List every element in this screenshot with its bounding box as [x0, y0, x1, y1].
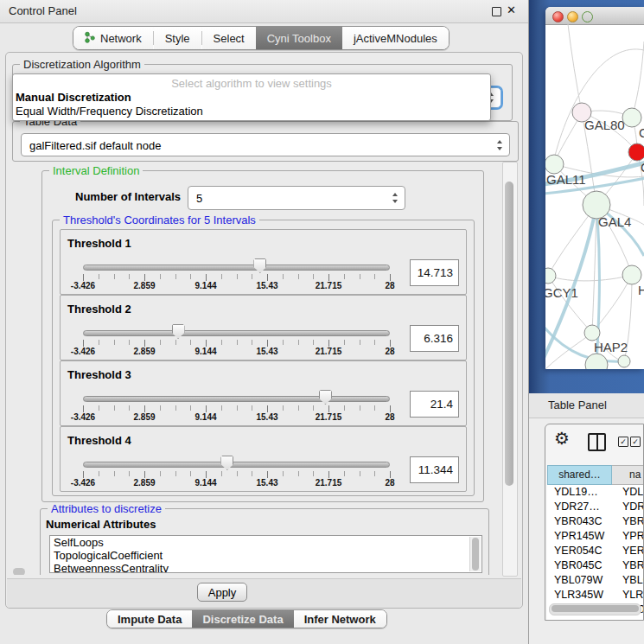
tab-impute-data[interactable]: Impute Data [107, 610, 192, 628]
threshold-slider-track[interactable] [83, 396, 390, 402]
attributes-list-scrollbar[interactable] [469, 537, 481, 571]
network-canvas[interactable]: GAL80GCGAL11GAL4GCY1HHAP2 [545, 24, 644, 369]
dropdown-option-equal-width-frequency[interactable]: Equal Width/Frequency Discretization [13, 105, 490, 118]
split-columns-icon[interactable] [588, 433, 606, 451]
network-edge[interactable] [568, 24, 582, 112]
float-window-icon[interactable] [492, 7, 501, 16]
tab-label: Cyni Toolbox [267, 32, 331, 45]
column-header-name[interactable]: na [612, 465, 644, 485]
slider-tick [206, 274, 207, 281]
attributes-group-label: Attributes to discretize [48, 502, 165, 515]
checkbox-icon[interactable]: ✓ [618, 437, 628, 447]
network-edge[interactable] [548, 275, 632, 281]
network-node-label: H [638, 283, 644, 297]
checkbox-icon[interactable]: ✓ [630, 437, 641, 447]
table-data-combobox[interactable]: galFiltered.sif default node [21, 133, 510, 156]
network-node-h[interactable] [622, 265, 641, 284]
slider-tick-label: 28 [385, 478, 394, 488]
table-row[interactable]: YER054CYER0 [547, 544, 644, 558]
tab-cyni-toolbox[interactable]: Cyni Toolbox [256, 27, 342, 49]
network-node-label: GAL80 [584, 118, 625, 132]
network-node[interactable] [618, 355, 630, 367]
network-edge[interactable] [548, 276, 592, 333]
cell-shared-name: YLR345W [554, 588, 603, 603]
threshold-panel-1: Threshold 1-3.4262.8599.14415.4321.71528… [60, 229, 467, 295]
column-header-shared-name[interactable]: shared… [547, 465, 612, 485]
slider-tick [267, 405, 268, 412]
network-node-gcy1[interactable] [545, 268, 556, 284]
combo-stepper-icon [497, 140, 503, 150]
threshold-slider-thumb[interactable] [253, 258, 266, 273]
slider-tick [83, 405, 84, 412]
network-node-g[interactable] [622, 108, 641, 127]
tab-jactivemnodules[interactable]: jActiveMNodules [342, 27, 449, 49]
table-horizontal-scrollbar[interactable] [549, 603, 641, 615]
slider-tick-label: 21.715 [316, 478, 342, 488]
dropdown-placeholder-item[interactable]: Select algorithm to view settings [13, 76, 490, 91]
threshold-slider-track[interactable] [83, 462, 390, 468]
tab-infer-network[interactable]: Infer Network [294, 610, 386, 628]
control-panel-titlebar: Control Panel ✕ [0, 0, 528, 23]
threshold-slider-track[interactable] [83, 265, 390, 271]
slider-tick [313, 340, 314, 345]
number-of-intervals-combobox[interactable]: 5 [188, 186, 405, 210]
threshold-panel-3: Threshold 3-3.4262.8599.14415.4321.71528… [60, 360, 467, 426]
attribute-item-betweennesscentrality[interactable]: BetweennessCentrality [50, 562, 481, 573]
tab-discretize-data[interactable]: Discretize Data [192, 610, 293, 628]
tab-style[interactable]: Style [154, 27, 201, 49]
network-node-c[interactable] [628, 143, 644, 161]
threshold-slider-thumb[interactable] [172, 324, 185, 339]
network-node-gal11[interactable] [545, 155, 564, 174]
threshold-slider-thumb[interactable] [319, 390, 332, 405]
threshold-value-field[interactable]: 14.713 [410, 259, 459, 286]
network-node[interactable] [585, 354, 608, 369]
threshold-slider-track[interactable] [83, 330, 390, 336]
gear-icon[interactable]: ⚙ [554, 430, 570, 447]
slider-tick [237, 405, 238, 411]
slider-tick [360, 405, 360, 411]
network-edge[interactable] [632, 41, 644, 118]
horizontal-scrollbar-thumb[interactable] [13, 568, 25, 575]
slider-tick [237, 471, 238, 476]
cell-shared-name: YDR27… [554, 500, 600, 514]
vertical-scrollbar[interactable] [502, 162, 518, 577]
slider-tick [129, 471, 130, 476]
table-row[interactable]: YBL079WYBL0 [547, 573, 644, 588]
threshold-value-field[interactable]: 11.344 [410, 456, 459, 483]
table-row[interactable]: YBR045CYBR0 [547, 558, 644, 573]
threshold-value-field[interactable]: 21.4 [410, 391, 459, 418]
control-panel-title: Control Panel [9, 4, 77, 17]
network-view-window[interactable]: GAL80GCGAL11GAL4GCY1HHAP2 [545, 7, 644, 369]
zoom-traffic-light-icon[interactable] [582, 11, 593, 22]
network-node-hap2[interactable] [584, 325, 600, 341]
slider-tick [206, 405, 207, 412]
minimize-traffic-light-icon[interactable] [567, 11, 578, 22]
attribute-item-topologicalcoefficient[interactable]: TopologicalCoefficient [50, 549, 481, 562]
interval-definition-label: Interval Definition [49, 164, 143, 177]
threshold-slider-thumb[interactable] [220, 456, 233, 470]
network-edge[interactable] [555, 49, 644, 156]
slider-tick [252, 274, 252, 279]
slider-tick [328, 340, 329, 347]
attribute-item-selfloops[interactable]: SelfLoops [50, 536, 481, 549]
slider-tick [313, 405, 314, 411]
table-row[interactable]: YPR145WYPR1 [547, 529, 644, 544]
tab-label: Network [100, 32, 142, 45]
table-row[interactable]: YBR043CYBR0 [547, 514, 644, 529]
slider-tick [129, 274, 130, 279]
tab-select[interactable]: Select [202, 27, 256, 49]
threshold-value-field[interactable]: 6.316 [410, 325, 459, 352]
dropdown-option-manual-discretization[interactable]: Manual Discretization [13, 91, 490, 105]
slider-tick [252, 471, 252, 476]
settings-scrollpane: Interval Definition Number of Intervals … [12, 162, 502, 575]
close-icon[interactable]: ✕ [507, 3, 516, 16]
number-of-intervals-value: 5 [196, 192, 202, 205]
apply-button[interactable]: Apply [197, 583, 247, 602]
table-row[interactable]: YDL19…YDL1 [547, 485, 644, 500]
close-traffic-light-icon[interactable] [552, 11, 564, 22]
table-row[interactable]: YDR27…YDR2 [547, 500, 644, 514]
table-row[interactable]: YLR345WYLR3 [547, 588, 644, 603]
tab-network[interactable]: Network [73, 27, 153, 49]
vertical-scrollbar-thumb[interactable] [505, 182, 513, 486]
slider-tick [175, 471, 176, 476]
